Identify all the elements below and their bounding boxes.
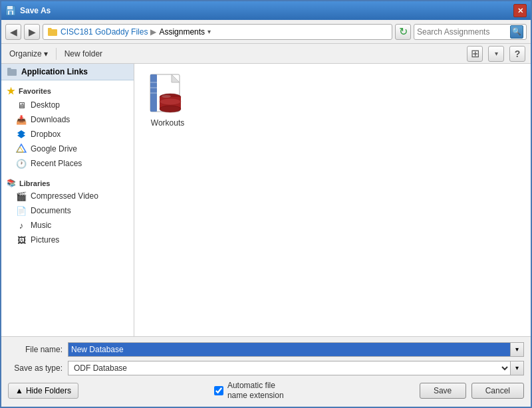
left-panel-content: ★ Favorites 🖥 Desktop 📥 Downloads Dropbo… (1, 80, 134, 336)
svg-point-18 (160, 98, 181, 105)
toolbar-sep1 (56, 48, 57, 60)
file-item-workouts[interactable]: Workouts (141, 70, 194, 130)
close-button[interactable]: ✕ (513, 4, 527, 17)
view-dropdown-button[interactable]: ▾ (488, 46, 504, 62)
filetype-label: Save as type: (8, 363, 68, 373)
svg-rect-3 (9, 11, 12, 15)
save-icon (5, 5, 16, 16)
star-icon: ★ (7, 86, 15, 96)
new-folder-button[interactable]: New folder (62, 48, 105, 60)
hide-folders-button[interactable]: ▲ Hide Folders (8, 383, 78, 399)
refresh-button[interactable]: ↻ (395, 24, 411, 40)
google-drive-icon (16, 144, 27, 154)
compressed-video-icon: 🎬 (16, 191, 27, 201)
sidebar-item-downloads[interactable]: 📥 Downloads (1, 112, 134, 127)
recent-places-icon: 🕐 (16, 158, 27, 169)
breadcrumb-sep1: ▶ (150, 27, 156, 37)
dropbox-icon (16, 129, 27, 140)
filetype-dropdown-button[interactable]: ▾ (511, 361, 524, 375)
navigation-bar: ◀ ▶ CISC181 GoDaddy Files ▶ Assignments … (1, 20, 531, 44)
svg-rect-1 (7, 6, 13, 9)
action-buttons: Save Cancel (420, 383, 524, 399)
breadcrumb-dropdown[interactable]: ▾ (207, 28, 211, 35)
organize-button[interactable]: Organize ▾ (7, 48, 51, 60)
svg-marker-6 (17, 144, 26, 152)
filetype-row: Save as type: ODF Database ▾ (8, 361, 524, 375)
left-panel: Application Links ★ Favorites 🖥 Desktop … (1, 64, 134, 336)
title-bar-left: Save As (5, 5, 51, 16)
filename-input[interactable] (68, 342, 511, 357)
sidebar-item-compressed-video[interactable]: 🎬 Compressed Video (1, 189, 134, 203)
svg-point-17 (160, 106, 181, 112)
help-button[interactable]: ? (509, 46, 525, 62)
bottom-form: File name: ▾ Save as type: ODF Database … (1, 336, 531, 407)
search-button[interactable]: 🔍 (510, 25, 523, 39)
search-input[interactable] (417, 27, 510, 37)
sidebar-item-pictures[interactable]: 🖼 Pictures (1, 233, 134, 247)
toolbar: Organize ▾ New folder ⊞ ▾ ? (1, 44, 531, 64)
libraries-icon: 📚 (7, 179, 16, 187)
filename-dropdown-button[interactable]: ▾ (511, 342, 524, 357)
folder-icon (47, 27, 58, 37)
chevron-up-icon: ▲ (15, 386, 23, 395)
save-as-dialog: Save As ✕ ◀ ▶ CISC181 GoDaddy Files ▶ As… (0, 0, 532, 408)
sidebar-item-documents[interactable]: 📄 Documents (1, 203, 134, 218)
bottom-actions: ▲ Hide Folders Automatic filename extens… (8, 381, 524, 401)
left-panel-title: Application Links (21, 67, 88, 76)
forward-button[interactable]: ▶ (24, 24, 40, 40)
file-label-workouts: Workouts (151, 118, 184, 128)
downloads-icon: 📥 (16, 114, 27, 125)
sidebar-item-recent-places[interactable]: 🕐 Recent Places (1, 156, 134, 171)
workouts-icon (146, 73, 189, 116)
auto-extension-checkbox[interactable] (214, 386, 223, 395)
filetype-select[interactable]: ODF Database (68, 361, 511, 375)
back-button[interactable]: ◀ (5, 24, 21, 40)
pictures-icon: 🖼 (16, 235, 27, 245)
filename-row: File name: ▾ (8, 342, 524, 357)
search-box: 🔍 (414, 24, 527, 40)
sidebar-item-dropbox[interactable]: Dropbox (1, 127, 134, 142)
svg-point-19 (162, 95, 171, 98)
title-bar: Save As ✕ (1, 1, 531, 20)
left-panel-header: Application Links (1, 64, 134, 80)
sidebar-item-music[interactable]: ♪ Music (1, 218, 134, 233)
folder-icon (7, 66, 17, 77)
libraries-section-header: 📚 Libraries (1, 176, 134, 189)
sidebar-item-desktop[interactable]: 🖥 Desktop (1, 98, 134, 112)
favorites-section-header: ★ Favorites (1, 83, 134, 98)
cancel-button[interactable]: Cancel (471, 383, 524, 399)
music-icon: ♪ (16, 220, 27, 231)
save-button[interactable]: Save (420, 383, 466, 399)
auto-extension-label: Automatic filename extension (227, 381, 284, 401)
breadcrumb-part1: CISC181 GoDaddy Files (61, 27, 148, 37)
breadcrumb: CISC181 GoDaddy Files ▶ Assignments ▾ (43, 24, 392, 40)
breadcrumb-part2: Assignments (159, 27, 205, 37)
filename-label: File name: (8, 345, 68, 354)
dialog-title: Save As (20, 6, 51, 15)
documents-icon: 📄 (16, 205, 27, 216)
main-area: Application Links ★ Favorites 🖥 Desktop … (1, 64, 531, 336)
auto-extension-area: Automatic filename extension (214, 381, 284, 401)
sidebar-item-google-drive[interactable]: Google Drive (1, 142, 134, 156)
file-browser-area: Workouts (134, 64, 531, 336)
desktop-icon: 🖥 (16, 100, 27, 110)
view-button[interactable]: ⊞ (467, 46, 483, 62)
